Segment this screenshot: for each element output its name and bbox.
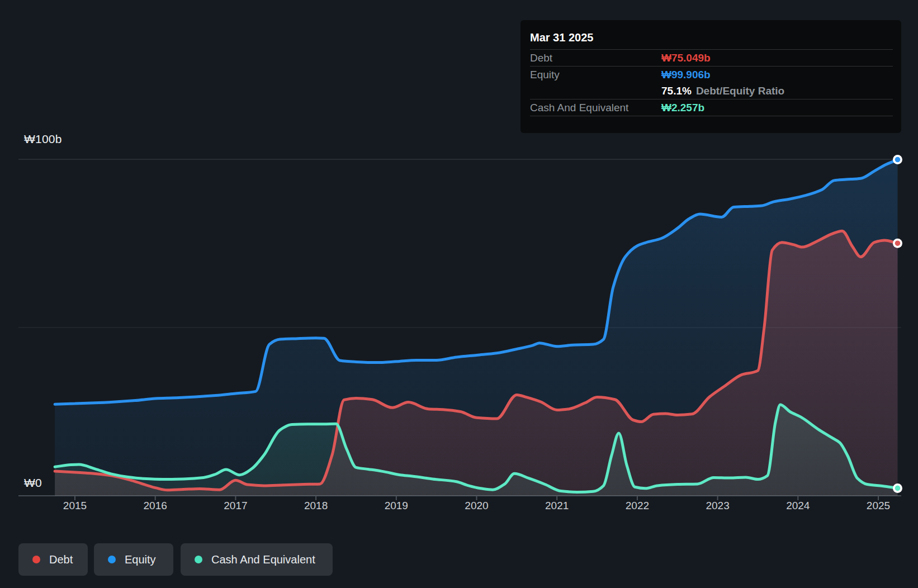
tooltip-cash-value: ₩2.257b — [661, 102, 704, 114]
legend-item-cash[interactable]: Cash And Equivalent — [181, 543, 333, 576]
tooltip-ratio: 75.1%Debt/Equity Ratio — [661, 85, 784, 97]
tooltip-row-debt: Debt ₩75.049b — [530, 50, 893, 66]
x-axis-label-2016: 2016 — [144, 500, 167, 512]
tooltip-cash-label: Cash And Equivalent — [530, 102, 661, 114]
equity-endpoint-dot — [895, 157, 901, 163]
tooltip-debt-value: ₩75.049b — [661, 52, 711, 64]
x-axis-label-2024: 2024 — [786, 500, 810, 512]
cash-and-equivalent-endpoint-dot — [895, 486, 901, 491]
x-axis-label-2021: 2021 — [545, 500, 569, 512]
x-axis-label-2023: 2023 — [706, 500, 729, 512]
x-axis-label-2018: 2018 — [304, 500, 328, 512]
cash-dot-icon — [195, 556, 202, 563]
debt-endpoint-dot — [895, 240, 901, 246]
legend-cash-label: Cash And Equivalent — [211, 553, 315, 566]
tooltip-ratio-label: Debt/Equity Ratio — [696, 85, 784, 97]
page: { "page": { "background": "#151a20" }, "… — [0, 0, 918, 588]
legend-item-equity[interactable]: Equity — [94, 543, 173, 576]
x-axis-label-2015: 2015 — [63, 500, 87, 512]
legend-equity-label: Equity — [125, 553, 156, 566]
x-axis-label-2019: 2019 — [385, 500, 408, 512]
tooltip-row-ratio: 75.1%Debt/Equity Ratio — [530, 83, 893, 99]
x-axis-label-2025: 2025 — [867, 500, 890, 512]
equity-dot-icon — [108, 556, 116, 563]
tooltip-equity-label: Equity — [530, 69, 661, 81]
x-axis-label-2017: 2017 — [224, 500, 247, 512]
x-axis-label-2022: 2022 — [626, 500, 649, 512]
debt-dot-icon — [32, 556, 40, 563]
chart-tooltip: Mar 31 2025 Debt ₩75.049b Equity ₩99.906… — [520, 20, 901, 133]
tooltip-row-equity: Equity ₩99.906b — [530, 66, 893, 83]
tooltip-date: Mar 31 2025 — [530, 26, 893, 50]
tooltip-ratio-value: 75.1% — [661, 85, 692, 97]
y-axis-label-0: ₩0 — [24, 476, 42, 490]
legend-item-debt[interactable]: Debt — [18, 543, 88, 576]
tooltip-equity-value: ₩99.906b — [661, 69, 711, 81]
tooltip-row-cash: Cash And Equivalent ₩2.257b — [530, 99, 893, 116]
x-axis: 2015201620172018201920202021202220232024… — [0, 500, 918, 514]
tooltip-debt-label: Debt — [530, 52, 661, 64]
x-axis-label-2020: 2020 — [465, 500, 488, 512]
legend-debt-label: Debt — [49, 553, 73, 566]
y-axis-label-100b: ₩100b — [24, 132, 62, 146]
